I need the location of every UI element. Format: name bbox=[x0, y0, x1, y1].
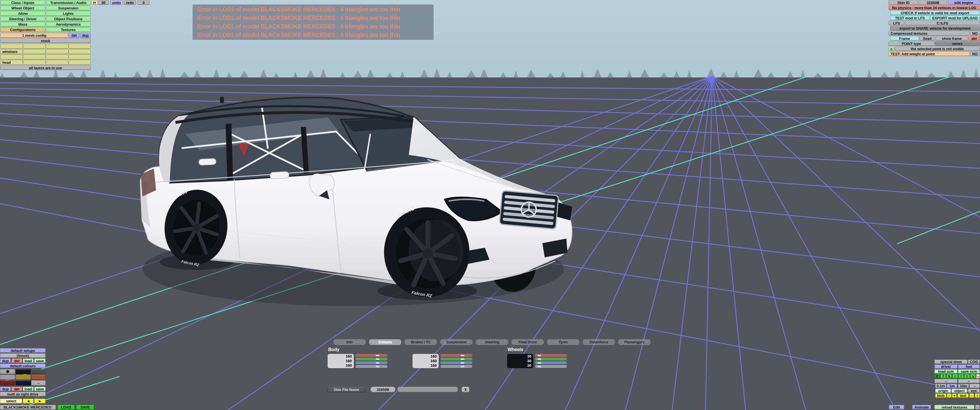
layer-cell[interactable] bbox=[68, 55, 91, 59]
setup-del-button[interactable]: del bbox=[11, 359, 22, 363]
colour-swatch-1[interactable] bbox=[16, 369, 31, 374]
colour-swatch-3[interactable] bbox=[0, 375, 15, 380]
tab-passengers[interactable]: Passengers bbox=[618, 339, 651, 345]
draw-flag-t[interactable]: t bbox=[964, 374, 970, 378]
layer-cell[interactable] bbox=[68, 60, 91, 65]
tab-info[interactable]: Info bbox=[333, 339, 366, 345]
text-button[interactable]: text bbox=[958, 394, 969, 398]
test-weight-toggle[interactable]: NO bbox=[970, 51, 980, 56]
viewport-3d[interactable]: ToRRO Falcon RZ ToRRO Falcon RZ bbox=[0, 0, 980, 410]
dash-button-2[interactable]: – bbox=[958, 379, 980, 383]
section-textures[interactable]: Textures bbox=[46, 27, 91, 32]
select-next-button[interactable]: ► bbox=[34, 399, 46, 404]
test-mod-button[interactable]: TEST mod in LFS bbox=[890, 16, 929, 20]
colour-load-button[interactable]: load bbox=[23, 387, 33, 391]
colour-del-button[interactable]: del bbox=[11, 387, 22, 391]
lfs-path-value[interactable]: C:\LFS bbox=[905, 21, 980, 25]
object-button[interactable]: object bbox=[951, 389, 967, 393]
section-aerodynamics[interactable]: Aerodynamics bbox=[46, 22, 91, 27]
save-scm-button[interactable]: save scm bbox=[958, 369, 980, 373]
fuel-button[interactable]: fuel bbox=[958, 364, 980, 369]
save-vehicle-button[interactable]: SAVE bbox=[76, 405, 94, 410]
text-plus-button[interactable]: + bbox=[975, 394, 980, 398]
blob-plus-button[interactable]: + bbox=[952, 394, 957, 398]
draw-flag-l[interactable]: l bbox=[958, 374, 964, 378]
edit-mode-button[interactable]: Edit bbox=[889, 405, 904, 410]
setup-save-button[interactable]: save bbox=[34, 359, 46, 363]
driver-button[interactable]: driver bbox=[934, 364, 958, 369]
colour-swatch-4[interactable] bbox=[16, 375, 31, 380]
load-scm-button[interactable]: load scm bbox=[934, 369, 958, 373]
setup-name-value[interactable]: [Stock] bbox=[0, 353, 46, 358]
layer-cell[interactable] bbox=[46, 49, 68, 54]
lfs-label[interactable]: LFS bbox=[889, 21, 905, 25]
layer-cell[interactable] bbox=[0, 44, 23, 49]
counter-value[interactable]: 0 bbox=[138, 0, 150, 5]
tab-brakes-tc[interactable]: Brakes / TC bbox=[404, 339, 437, 345]
draw-flag-dot[interactable]: • bbox=[976, 374, 980, 378]
layer-cell[interactable] bbox=[23, 44, 46, 49]
draw-flag-b[interactable]: b bbox=[947, 374, 952, 378]
tab-final-drive[interactable]: Final Drive bbox=[511, 339, 544, 345]
layer-cell[interactable] bbox=[0, 55, 23, 59]
colour-swatch-2[interactable] bbox=[31, 369, 46, 374]
blob-button[interactable]: blob bbox=[935, 394, 947, 398]
green-slider[interactable] bbox=[356, 358, 387, 361]
tab-tyres[interactable]: Tyres bbox=[547, 339, 579, 345]
skin-file-name-value[interactable]: 32850B bbox=[370, 387, 395, 393]
reload-dash-button[interactable]: – bbox=[975, 405, 980, 410]
layer-cell[interactable] bbox=[23, 55, 46, 59]
export-share-button[interactable]: export to SHARE vehicle for development bbox=[890, 26, 980, 30]
load-vehicle-button[interactable]: LOAD bbox=[57, 405, 75, 410]
colour-dup-button[interactable]: dup bbox=[0, 387, 11, 391]
section-mass[interactable]: Mass bbox=[0, 22, 45, 27]
layer-cell[interactable] bbox=[68, 44, 91, 49]
colour-swatch-5[interactable] bbox=[31, 375, 46, 380]
default-colours-button[interactable]: default colours bbox=[0, 364, 46, 368]
section-steering-driver[interactable]: Steering / Driver bbox=[0, 16, 45, 21]
mesh-config-del-button[interactable]: del bbox=[68, 33, 80, 38]
snap-1m-button[interactable]: 1m bbox=[947, 384, 957, 388]
layer-cell-head[interactable]: head bbox=[0, 60, 23, 65]
redo-button[interactable]: redo bbox=[124, 0, 136, 5]
red-slider[interactable] bbox=[356, 354, 387, 357]
skin-id-value[interactable]: 32850B bbox=[919, 0, 947, 5]
frame-fixed-toggle[interactable]: fixed bbox=[919, 36, 935, 41]
config-name-stock[interactable]: stock bbox=[0, 38, 91, 43]
mesh-config-label[interactable]: 1 mesh config bbox=[0, 33, 68, 38]
colour-swatch-0[interactable] bbox=[0, 369, 15, 374]
compressed-textures-label[interactable]: Compressed textures bbox=[889, 31, 969, 36]
default-setups-button[interactable]: default setups bbox=[0, 348, 46, 353]
layer-cell[interactable] bbox=[46, 44, 68, 49]
red-slider[interactable] bbox=[441, 354, 473, 357]
snap-10m-button[interactable]: 10m bbox=[958, 384, 969, 388]
shine-slider[interactable] bbox=[441, 365, 473, 368]
draw-flag-f[interactable]: f bbox=[940, 374, 946, 378]
tab-suspension[interactable]: Suspension bbox=[440, 339, 473, 345]
green-slider[interactable] bbox=[535, 358, 567, 361]
dash-button-1[interactable]: – bbox=[934, 379, 958, 383]
mesh-config-dup-button[interactable]: dup bbox=[80, 33, 91, 38]
red-slider[interactable] bbox=[535, 354, 567, 357]
shine-slider[interactable] bbox=[356, 365, 387, 368]
test-weight-label[interactable]: TEST: Add weight at point bbox=[889, 51, 969, 56]
layer-cell[interactable] bbox=[23, 49, 46, 54]
skin-clear-button[interactable]: X bbox=[461, 387, 469, 393]
setup-load-button[interactable]: load bbox=[23, 359, 33, 363]
animate-mode-button[interactable]: Animate bbox=[912, 405, 931, 410]
tab-steering[interactable]: Steering bbox=[476, 339, 508, 345]
snap-dash-button[interactable]: – bbox=[969, 384, 980, 388]
text-minus-button[interactable]: – bbox=[969, 394, 974, 398]
section-object-positions[interactable]: Object Positions bbox=[46, 16, 91, 21]
section-suspension[interactable]: Suspension bbox=[46, 6, 91, 11]
c-button[interactable]: c bbox=[889, 46, 894, 51]
point-type-label[interactable]: POINT type bbox=[889, 41, 934, 46]
shine-slider[interactable] bbox=[535, 365, 567, 368]
body-colour-swatch-1[interactable]: 160 160 160 bbox=[328, 354, 354, 368]
blue-slider[interactable] bbox=[441, 361, 473, 364]
blue-slider[interactable] bbox=[535, 361, 567, 364]
section-wheel-object[interactable]: Wheel Object bbox=[0, 6, 45, 11]
section-transmission-audio[interactable]: Transmission / Audio bbox=[46, 0, 91, 5]
layer-cell[interactable] bbox=[68, 49, 91, 54]
tab-downforce[interactable]: Downforce bbox=[582, 339, 615, 345]
